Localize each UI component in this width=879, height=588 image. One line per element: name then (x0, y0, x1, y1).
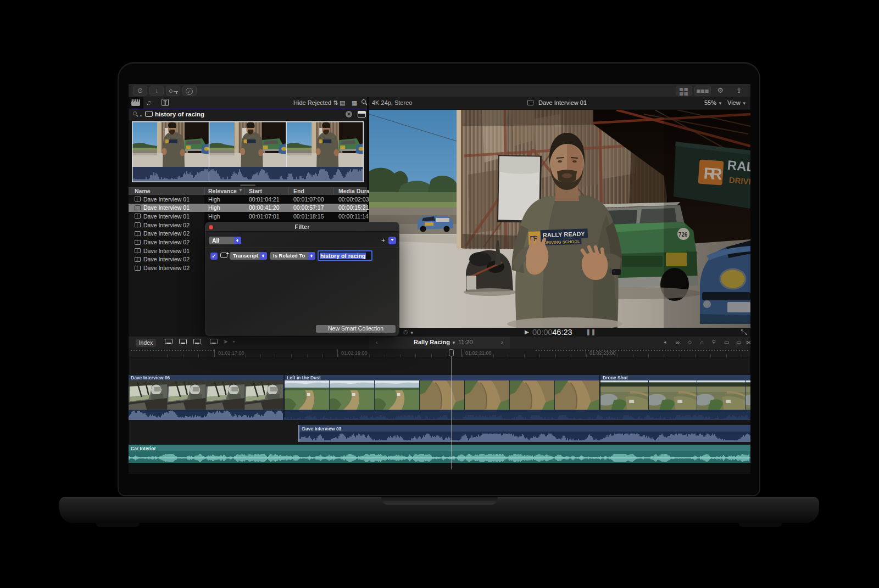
svg-text:Car Interior: Car Interior (131, 446, 157, 451)
svg-text:Left in the Dust: Left in the Dust (287, 375, 321, 380)
svg-text:Dave Interview 06: Dave Interview 06 (131, 375, 170, 380)
svg-text:Drone Shot: Drone Shot (603, 375, 628, 380)
svg-text:Dave Interview 03: Dave Interview 03 (302, 426, 342, 432)
